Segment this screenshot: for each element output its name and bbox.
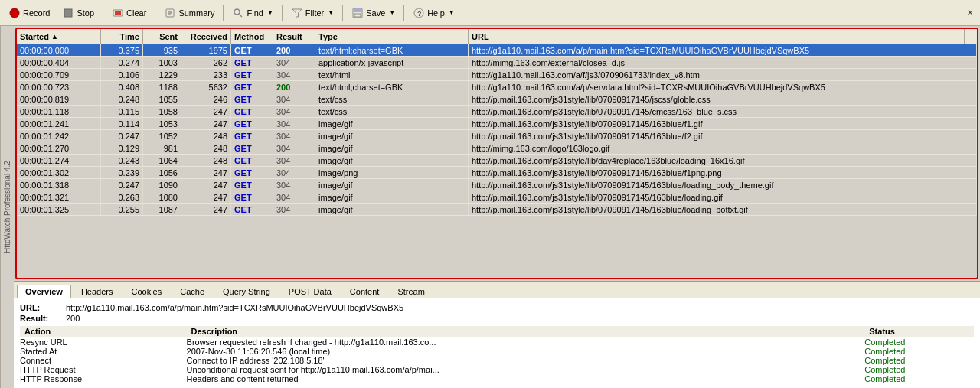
cell-started: 00:00:00.723	[17, 81, 101, 93]
save-button[interactable]: Save ▼	[346, 4, 400, 22]
action-cell-action: HTTP Response	[20, 374, 187, 383]
cell-time: 0.239	[101, 167, 143, 178]
table-row[interactable]: 00:00:01.302 0.239 1056 247 GET 304 imag…	[17, 167, 977, 179]
table-row[interactable]: 00:00:00.000 0.375 935 1975 GET 200 text…	[17, 44, 977, 57]
col-time[interactable]: Time	[101, 29, 143, 44]
save-icon	[351, 7, 364, 19]
close-button[interactable]: ✕	[963, 5, 977, 19]
tab-content[interactable]: Content	[341, 285, 388, 298]
cell-type: image/gif	[315, 130, 469, 142]
action-cell-description: 2007-Nov-30 11:06:20.546 (local time)	[187, 347, 865, 356]
action-cell-description: Unconditional request sent for http://g1…	[187, 365, 865, 374]
cell-url: http://mimg.163.com/logo/163logo.gif	[469, 142, 977, 154]
cell-url: http://p.mail.163.com/js31style/lib/0709…	[469, 204, 977, 215]
table-row[interactable]: 00:00:00.404 0.274 1003 262 GET 304 appl…	[17, 57, 977, 69]
cell-type: text/css	[315, 93, 469, 105]
cell-started: 00:00:01.274	[17, 155, 101, 166]
cell-time: 0.115	[101, 106, 143, 117]
col-url[interactable]: URL	[469, 29, 965, 44]
table-row[interactable]: 00:00:01.325 0.255 1087 247 GET 304 imag…	[17, 204, 977, 216]
find-button[interactable]: Find ▼	[227, 4, 278, 22]
tab-overview[interactable]: Overview	[17, 285, 71, 298]
tab-cookies[interactable]: Cookies	[123, 285, 171, 298]
table-row[interactable]: 00:00:01.321 0.263 1080 247 GET 304 imag…	[17, 191, 977, 204]
cell-sent: 1056	[143, 167, 181, 178]
detail-pane: OverviewHeadersCookiesCacheQuery StringP…	[14, 281, 980, 388]
cell-received: 5632	[181, 81, 231, 93]
cell-received: 233	[181, 69, 231, 80]
help-dropdown-arrow: ▼	[449, 9, 455, 16]
cell-type: text/html;charset=GBK	[315, 81, 469, 93]
record-icon	[8, 7, 21, 19]
actions-col-action: Action	[20, 326, 187, 337]
stop-icon	[62, 7, 74, 19]
cell-time: 0.114	[101, 118, 143, 129]
tab-headers[interactable]: Headers	[73, 285, 122, 298]
record-button[interactable]: Record	[3, 4, 55, 22]
cell-type: image/gif	[315, 118, 469, 129]
table-row[interactable]: 00:00:01.242 0.247 1052 248 GET 304 imag…	[17, 130, 977, 142]
table-row[interactable]: 00:00:01.274 0.243 1064 248 GET 304 imag…	[17, 155, 977, 167]
cell-type: image/gif	[315, 142, 469, 154]
cell-result: 304	[273, 118, 315, 129]
tab-query-string[interactable]: Query String	[214, 285, 279, 298]
cell-sent: 1080	[143, 191, 181, 203]
action-cell-description: Headers and content returned	[187, 374, 865, 383]
cell-sent: 1055	[143, 93, 181, 105]
stop-button[interactable]: Stop	[57, 4, 100, 22]
action-cell-action: Resync URL	[20, 337, 187, 347]
find-icon	[232, 7, 244, 19]
col-received[interactable]: Received	[181, 29, 231, 44]
table-header: Started ▲ Time Sent Received Method Resu…	[17, 29, 977, 44]
actions-header-row: ActionDescriptionStatus	[20, 326, 974, 337]
table-row[interactable]: 00:00:00.709 0.106 1229 233 GET 304 text…	[17, 69, 977, 81]
cell-sent: 1087	[143, 204, 181, 215]
col-started[interactable]: Started ▲	[17, 29, 101, 44]
table-row[interactable]: 00:00:01.318 0.247 1090 247 GET 304 imag…	[17, 179, 977, 191]
svg-rect-14	[354, 14, 361, 17]
cell-type: text/html;charset=GBK	[315, 44, 469, 56]
svg-rect-2	[113, 10, 122, 16]
filter-button[interactable]: Filter ▼	[286, 4, 339, 22]
col-method[interactable]: Method	[231, 29, 273, 44]
cell-sent: 1090	[143, 179, 181, 191]
col-sent[interactable]: Sent	[143, 29, 181, 44]
action-cell-description: Connect to IP address '202.108.5.18'	[187, 356, 865, 365]
help-button[interactable]: ? Help ▼	[407, 4, 460, 22]
table-row[interactable]: 00:00:01.118 0.115 1058 247 GET 304 text…	[17, 106, 977, 118]
cell-url: http://p.mail.163.com/js31style/lib/0709…	[469, 191, 977, 203]
cell-received: 1975	[181, 44, 231, 56]
cell-result: 304	[273, 69, 315, 80]
table-row[interactable]: 00:00:00.819 0.248 1055 246 GET 304 text…	[17, 93, 977, 106]
cell-url: http://p.mail.163.com/js31style/lib/0709…	[469, 179, 977, 191]
cell-type: image/gif	[315, 204, 469, 215]
table-row[interactable]: 00:00:01.241 0.114 1053 247 GET 304 imag…	[17, 118, 977, 130]
tab-stream[interactable]: Stream	[389, 285, 433, 298]
filter-icon	[291, 7, 303, 19]
svg-text:?: ?	[417, 10, 422, 18]
cell-method: GET	[231, 118, 273, 129]
cell-url: http://g1a110.mail.163.com/a/f/js3/07090…	[469, 69, 977, 80]
cell-method: GET	[231, 191, 273, 203]
tab-cache[interactable]: Cache	[172, 285, 213, 298]
cell-received: 248	[181, 142, 231, 154]
separator-4	[282, 5, 283, 21]
cell-method: GET	[231, 179, 273, 191]
cell-method: GET	[231, 142, 273, 154]
col-type[interactable]: Type	[315, 29, 469, 44]
table-row[interactable]: 00:00:01.270 0.129 981 248 GET 304 image…	[17, 142, 977, 155]
actions-table: ActionDescriptionStatus Resync URL Brows…	[20, 326, 974, 383]
cell-received: 248	[181, 130, 231, 142]
svg-line-10	[240, 14, 243, 17]
cell-type: application/x-javascript	[315, 57, 469, 68]
cell-started: 00:00:01.118	[17, 106, 101, 117]
actions-row: Resync URL Browser requested refresh if …	[20, 337, 974, 347]
col-result[interactable]: Result	[273, 29, 315, 44]
cell-result: 304	[273, 155, 315, 166]
tab-post-data[interactable]: POST Data	[280, 285, 340, 298]
clear-icon	[112, 7, 124, 19]
cell-type: text/html	[315, 69, 469, 80]
summary-button[interactable]: Summary	[158, 4, 220, 22]
table-row[interactable]: 00:00:00.723 0.408 1188 5632 GET 200 tex…	[17, 81, 977, 93]
clear-button[interactable]: Clear	[106, 4, 152, 22]
